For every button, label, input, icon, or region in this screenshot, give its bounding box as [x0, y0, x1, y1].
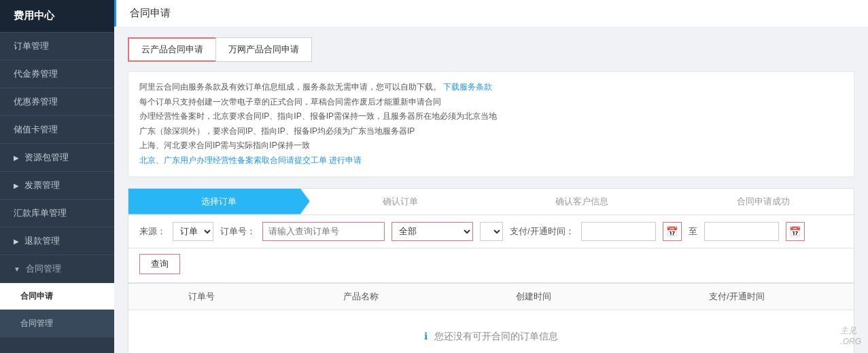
info-line-5: 上海、河北要求合同IP需与实际指向IP保持一致: [139, 141, 310, 150]
tab-buttons: 云产品合同申请 万网产品合同申请: [128, 37, 854, 62]
filter-row: 来源： 订单 订单号： 全部 支付/开通时间： 📅 至 📅: [128, 215, 854, 248]
step-confirm-order: 确认订单: [310, 189, 491, 215]
info-line-3: 办理经营性备案时，北京要求合同IP、指向IP、报备IP需保持一致，且服务器所在地…: [139, 111, 497, 121]
step-confirm-customer: 确认客户信息: [491, 189, 673, 215]
sidebar-item-refund-mgmt[interactable]: ▶ 退款管理: [0, 227, 114, 255]
sidebar-item-label: 合同管理: [20, 318, 53, 329]
sidebar-item-invoice-mgmt[interactable]: ▶ 发票管理: [0, 172, 114, 200]
sidebar-item-coupon-mgmt[interactable]: 代金券管理: [0, 60, 114, 88]
calendar-from-btn[interactable]: 📅: [663, 222, 682, 241]
order-no-label: 订单号：: [220, 225, 256, 238]
chevron-right-icon: ▶: [14, 154, 19, 162]
apply-link[interactable]: 进行申请: [329, 155, 362, 165]
watermark: 主见.ORG: [840, 325, 861, 346]
extra-select[interactable]: [480, 222, 503, 241]
pay-time-label: 支付/开通时间：: [510, 225, 574, 238]
sidebar-item-label: 汇款库单管理: [14, 207, 67, 219]
info-line-4: 广东（除深圳外），要求合同IP、指向IP、报备IP均必须为广东当地服务器IP: [139, 126, 415, 136]
sidebar-item-contract-mgmt[interactable]: ▼ 合同管理: [0, 255, 114, 283]
to-label: 至: [689, 225, 697, 238]
col-create-time: 创建时间: [447, 283, 620, 310]
source-label: 来源：: [139, 225, 166, 238]
empty-state: ℹ 您还没有可开合同的订单信息: [128, 310, 854, 353]
sidebar-item-order-mgmt[interactable]: 订单管理: [0, 33, 114, 60]
source-select[interactable]: 订单: [173, 222, 213, 241]
calendar-to-btn[interactable]: 📅: [786, 222, 805, 241]
sidebar-item-label: 储值卡管理: [14, 124, 58, 136]
info-line-1: 阿里云合同由服务条款及有效订单信息组成，服务条款无需申请，您可以自助下载。: [139, 82, 441, 92]
query-button[interactable]: 查询: [139, 254, 180, 274]
tab-cloud[interactable]: 云产品合同申请: [128, 37, 215, 62]
step-apply-success: 合同申请成功: [672, 189, 854, 215]
tab-wanwang[interactable]: 万网产品合同申请: [215, 37, 312, 62]
sidebar-item-label: 发票管理: [24, 179, 60, 191]
info-line-2: 每个订单只支持创建一次带电子章的正式合同，草稿合同需作废后才能重新申请合同: [139, 97, 441, 107]
page-title: 合同申请: [114, 0, 868, 26]
data-table: 订单号 产品名称 创建时间 支付/开通时间: [128, 283, 854, 310]
calendar-icon: 📅: [789, 226, 801, 237]
download-terms-link[interactable]: 下载服务条款: [443, 82, 492, 92]
sidebar-item-resource-pkg[interactable]: ▶ 资源包管理: [0, 144, 114, 172]
sidebar-item-label: 合同管理: [26, 263, 61, 275]
chevron-right-icon: ▶: [14, 238, 19, 245]
date-from-input[interactable]: [581, 222, 656, 241]
date-to-input[interactable]: [704, 222, 779, 241]
order-no-input[interactable]: [262, 222, 385, 241]
sidebar: 费用中心 订单管理 代金券管理 优惠券管理 储值卡管理 ▶ 资源包管理 ▶ 发票…: [0, 0, 114, 353]
sidebar-item-label: 代金券管理: [14, 68, 58, 80]
sidebar-item-stored-card[interactable]: 储值卡管理: [0, 116, 114, 144]
sidebar-item-label: 优惠券管理: [14, 96, 58, 108]
submit-ticket-link[interactable]: 北京、广东用户办理经营性备案索取合同请提交工单: [139, 155, 327, 165]
col-pay-time: 支付/开通时间: [620, 283, 854, 310]
col-order-no: 订单号: [128, 283, 275, 310]
steps-bar: 选择订单 确认订单 确认客户信息 合同申请成功: [128, 188, 854, 215]
empty-message: 您还没有可开合同的订单信息: [434, 331, 558, 341]
main-content: 合同申请 云产品合同申请 万网产品合同申请 阿里云合同由服务条款及有效订单信息组…: [114, 0, 868, 353]
sidebar-item-contract-apply[interactable]: 合同申请: [0, 283, 114, 310]
sidebar-item-discount-mgmt[interactable]: 优惠券管理: [0, 88, 114, 116]
col-product-name: 产品名称: [275, 283, 447, 310]
sidebar-item-remit-mgmt[interactable]: 汇款库单管理: [0, 200, 114, 227]
sidebar-header: 费用中心: [0, 0, 114, 33]
sidebar-item-label: 退款管理: [24, 235, 60, 247]
sidebar-item-label: 合同申请: [20, 291, 53, 302]
info-icon: ℹ: [424, 331, 428, 341]
info-box: 阿里云合同由服务条款及有效订单信息组成，服务条款无需申请，您可以自助下载。 下载…: [128, 71, 854, 177]
chevron-down-icon: ▼: [14, 265, 20, 273]
content-area: 云产品合同申请 万网产品合同申请 阿里云合同由服务条款及有效订单信息组成，服务条…: [114, 26, 868, 353]
step-select-order: 选择订单: [128, 189, 310, 215]
calendar-icon: 📅: [666, 226, 678, 237]
sidebar-item-label: 资源包管理: [24, 151, 69, 164]
sidebar-item-contract-manage[interactable]: 合同管理: [0, 310, 114, 337]
chevron-right-icon: ▶: [14, 182, 19, 189]
sidebar-item-label: 订单管理: [14, 40, 49, 52]
category-select[interactable]: 全部: [392, 222, 473, 241]
